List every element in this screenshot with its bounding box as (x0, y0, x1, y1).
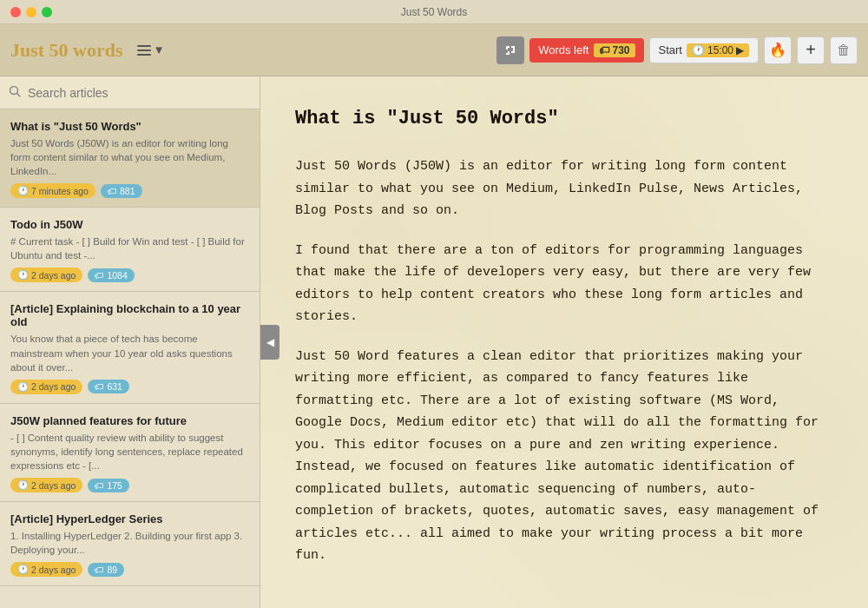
fire-icon: 🔥 (769, 42, 786, 58)
tag-icon: 🏷 (108, 186, 117, 196)
article-time: 🕐 2 days ago (10, 562, 82, 577)
article-preview: You know that a piece of tech has become… (10, 332, 249, 373)
article-meta: 🕐 2 days ago 🏷 89 (10, 562, 249, 577)
words-left-button[interactable]: Words left 🏷 730 (529, 38, 643, 63)
play-icon: ▶ (736, 44, 744, 56)
article-words: 🏷 881 (101, 184, 142, 198)
collapse-sidebar-button[interactable]: ◀ (260, 325, 279, 360)
add-icon: + (806, 40, 816, 60)
words-left-label: Words left (538, 43, 589, 56)
article-preview: Just 50 Words (J50W) is an editor for wr… (10, 136, 249, 178)
fire-button[interactable]: 🔥 (764, 36, 792, 64)
article-preview: # Current task - [ ] Build for Win and t… (10, 235, 249, 262)
window-chrome: Just 50 Words (0, 0, 868, 24)
trash-button[interactable]: 🗑 (830, 36, 858, 64)
menu-button[interactable]: ▼ (132, 40, 170, 60)
article-meta: 🕐 2 days ago 🏷 175 (10, 478, 249, 492)
clock-icon: 🕐 (17, 381, 29, 393)
editor-paragraph: Just 50 Word features a clean editor tha… (295, 346, 833, 567)
words-badge: 🏷 730 (594, 43, 635, 57)
clock-icon: 🕐 (692, 44, 705, 56)
article-time: 🕐 2 days ago (10, 478, 82, 492)
search-icon (9, 85, 21, 100)
list-item[interactable]: What is "Just 50 Words" Just 50 Words (J… (0, 109, 260, 208)
article-title: What is "Just 50 Words" (10, 120, 249, 133)
app-title: Just 50 words (10, 39, 123, 62)
search-input[interactable] (28, 86, 251, 100)
article-time: 🕐 2 days ago (10, 268, 82, 282)
article-title: [Article] Explaining blockchain to a 10 … (10, 302, 249, 328)
start-label: Start (659, 43, 682, 56)
article-words: 🏷 89 (88, 563, 124, 577)
start-button[interactable]: Start 🕐 15:00 ▶ (649, 37, 760, 63)
time-value: 15:00 (707, 44, 733, 56)
article-preview: 1. Installing HyperLedger 2. Building yo… (10, 529, 249, 557)
article-time: 🕐 2 days ago (10, 380, 82, 394)
editor-content[interactable]: What is "Just 50 Words"Just 50 Words (J5… (295, 102, 833, 567)
list-item[interactable]: [Article] Explaining blockchain to a 10 … (0, 292, 260, 403)
toolbar-right: Words left 🏷 730 Start 🕐 15:00 ▶ 🔥 + (496, 36, 858, 64)
tag-icon: 🏷 (95, 270, 104, 281)
article-meta: 🕐 2 days ago 🏷 1084 (10, 268, 249, 282)
add-button[interactable]: + (797, 36, 825, 64)
article-meta: 🕐 2 days ago 🏷 631 (10, 380, 249, 394)
words-count: 730 (612, 44, 629, 56)
toolbar: Just 50 words ▼ Words left 🏷 730 (0, 24, 868, 76)
maximize-button[interactable] (42, 7, 52, 17)
article-title: Todo in J50W (10, 218, 249, 231)
article-title: J50W planned features for future (10, 414, 249, 427)
article-words: 🏷 1084 (88, 268, 134, 282)
article-meta: 🕐 7 minutes ago 🏷 881 (10, 183, 249, 198)
clock-icon: 🕐 (17, 479, 29, 491)
close-button[interactable] (10, 7, 21, 17)
clock-icon: 🕐 (17, 185, 29, 196)
editor-area[interactable]: ◀ What is "Just 50 Words"Just 50 Words (… (260, 76, 868, 608)
tag-icon: 🏷 (95, 381, 104, 392)
tag-icon: 🏷 (95, 480, 104, 491)
editor-title: What is "Just 50 Words" (295, 102, 833, 135)
article-words: 🏷 175 (88, 479, 129, 492)
minimize-button[interactable] (26, 7, 36, 17)
app-container: Just 50 words ▼ Words left 🏷 730 (0, 24, 868, 608)
article-preview: - [ ] Content quality review with abilit… (10, 431, 249, 473)
editor-paragraph: I found that there are a ton of editors … (295, 240, 833, 328)
time-badge: 🕐 15:00 ▶ (687, 43, 749, 57)
article-time: 🕐 7 minutes ago (10, 183, 95, 198)
article-list: What is "Just 50 Words" Just 50 Words (J… (0, 109, 260, 608)
search-bar (0, 76, 260, 109)
sidebar: What is "Just 50 Words" Just 50 Words (J… (0, 76, 260, 608)
tag-icon: 🏷 (95, 565, 104, 575)
resize-icon-button[interactable] (496, 36, 524, 64)
clock-icon: 🕐 (17, 269, 29, 281)
svg-line-1 (17, 94, 21, 97)
resize-icon (504, 44, 516, 56)
list-item[interactable]: [Article] HyperLedger Series 1. Installi… (0, 502, 260, 586)
window-buttons (10, 7, 52, 17)
tag-icon: 🏷 (599, 44, 609, 56)
article-title: [Article] HyperLedger Series (10, 512, 249, 525)
menu-arrow: ▼ (154, 43, 165, 56)
list-item[interactable]: Todo in J50W # Current task - [ ] Build … (0, 208, 260, 292)
hamburger-icon (137, 45, 151, 56)
content-area: What is "Just 50 Words" Just 50 Words (J… (0, 76, 868, 608)
window-title: Just 50 Words (401, 6, 467, 18)
list-item[interactable]: J50W planned features for future - [ ] C… (0, 404, 260, 502)
editor-paragraph: Just 50 Words (J50W) is an editor for wr… (295, 155, 833, 222)
article-words: 🏷 631 (88, 380, 129, 393)
trash-icon: 🗑 (837, 43, 851, 58)
clock-icon: 🕐 (17, 564, 29, 575)
